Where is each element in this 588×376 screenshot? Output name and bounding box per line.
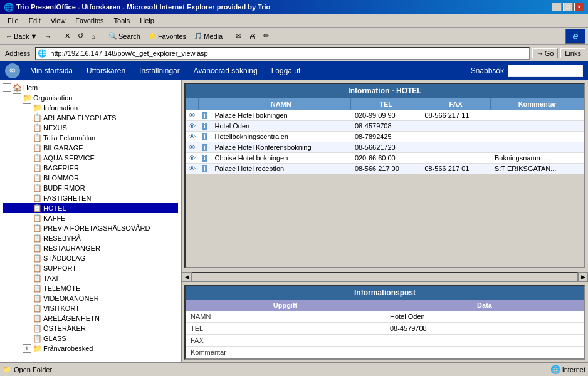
links-button[interactable]: Links — [560, 48, 585, 58]
hscroll-left-button[interactable]: ◀ — [182, 272, 192, 282]
menu-file[interactable]: File — [3, 16, 24, 26]
info-button[interactable]: i — [202, 123, 207, 130]
eye-icon[interactable]: 👁 — [186, 153, 199, 164]
tree-label: FASTIGHETEN — [43, 194, 91, 202]
stop-button[interactable]: ✕ — [61, 29, 73, 43]
cell-tel: 08-56621720 — [351, 142, 421, 153]
media-button[interactable]: 🎵 Media — [191, 29, 226, 43]
info-button[interactable]: i — [202, 112, 207, 119]
eye-icon[interactable]: 👁 — [186, 110, 199, 121]
info-button[interactable]: i — [202, 155, 207, 162]
folder-tree-icon: 📁 — [23, 93, 32, 102]
tree-node[interactable]: 📋RESEBYRÅ — [3, 233, 178, 243]
tree-node[interactable]: -🏠Hem — [3, 83, 178, 93]
info-btn-cell[interactable]: i — [199, 121, 211, 132]
search-button[interactable]: 🔍 Search — [105, 29, 144, 43]
edit-button[interactable]: ✏ — [260, 29, 272, 43]
close-button[interactable]: × — [574, 3, 584, 11]
nav-min-startsida[interactable]: Min startsida — [24, 64, 79, 78]
tree-node[interactable]: 📋BUDFIRMOR — [3, 183, 178, 193]
tree-node[interactable]: 📋Telia Felanmälan — [3, 133, 178, 143]
infopost-col-data: Data — [385, 300, 584, 311]
eye-icon[interactable]: 👁 — [186, 121, 199, 132]
tree-node[interactable]: 📋PREVIA FÖRETAGSHÄLSOVÅRD — [3, 223, 178, 233]
menu-help[interactable]: Help — [135, 16, 159, 26]
item-tree-icon: 📋 — [33, 334, 42, 343]
info-btn-cell[interactable]: i — [199, 164, 211, 174]
nav-installningar[interactable]: Inställningar — [133, 64, 186, 78]
eye-icon[interactable]: 👁 — [186, 164, 199, 174]
tree-node[interactable]: 📋BLOMMOR — [3, 173, 178, 183]
print-button[interactable]: 🖨 — [246, 29, 259, 43]
nav-utforskaren[interactable]: Utforskaren — [80, 64, 132, 78]
address-input[interactable] — [49, 48, 528, 59]
tree-node[interactable]: 📋ÅRELÄGENHETN — [3, 313, 178, 323]
tree-node[interactable]: 📋BAGERIER — [3, 163, 178, 173]
expander-icon[interactable]: + — [23, 344, 31, 353]
media-icon: 🎵 — [194, 32, 202, 40]
main-table-body: 👁 i Palace Hotel bokningen 020-99 09 90 … — [186, 110, 584, 174]
tree-node[interactable]: 📋HOTEL — [3, 203, 178, 213]
maximize-button[interactable]: □ — [563, 3, 573, 11]
tree-node[interactable]: +📁Frånvarobesked — [3, 343, 178, 353]
favorites-button[interactable]: ⭐ Favorites — [145, 29, 189, 43]
tree-node[interactable]: 📋VIDEOKANONER — [3, 293, 178, 303]
search-icon: 🔍 — [108, 32, 117, 40]
go-button[interactable]: → Go — [532, 48, 559, 58]
infopost-title: Informationspost — [186, 286, 584, 300]
tree-node[interactable]: 📋KAFFE — [3, 213, 178, 223]
eye-icon[interactable]: 👁 — [186, 142, 199, 153]
tree-node[interactable]: 📋TAXI — [3, 273, 178, 283]
tree-node[interactable]: 📋ARLANDA FLYGPLATS — [3, 113, 178, 123]
snabbsok-input[interactable] — [508, 65, 583, 77]
logo-icon: © — [10, 66, 16, 75]
info-button[interactable]: i — [202, 165, 207, 172]
home-button[interactable]: ⌂ — [88, 29, 98, 43]
tree-node[interactable]: 📋RESTAURANGER — [3, 243, 178, 253]
eye-icon[interactable]: 👁 — [186, 132, 199, 142]
expander-icon[interactable]: - — [3, 83, 11, 92]
info-button[interactable]: i — [202, 133, 207, 140]
tree-node[interactable]: 📋BILGARAGE — [3, 143, 178, 153]
info-button[interactable]: i — [202, 144, 207, 151]
menu-view[interactable]: View — [46, 16, 71, 26]
tree-node[interactable]: 📋STÄDBOLAG — [3, 253, 178, 263]
info-btn-cell[interactable]: i — [199, 132, 211, 142]
cell-tel: 08-566 217 00 — [351, 164, 421, 174]
minimize-button[interactable]: _ — [552, 3, 562, 11]
tree-label: AQUA SERVICE — [43, 154, 95, 162]
expander-icon[interactable]: - — [13, 93, 21, 102]
tree-node[interactable]: 📋ÖSTERÅKER — [3, 323, 178, 333]
tree-node[interactable]: 📋GLASS — [3, 333, 178, 343]
refresh-button[interactable]: ↺ — [75, 29, 87, 43]
mail-button[interactable]: ✉ — [233, 29, 244, 43]
window-title: Trio PresentOffice - Utforskaren - Micro… — [16, 3, 270, 11]
tree-node[interactable]: 📋SUPPORT — [3, 263, 178, 273]
tree-node[interactable]: 📋NEXUS — [3, 123, 178, 133]
tree-node[interactable]: 📋VISITKORT — [3, 303, 178, 313]
menu-favorites[interactable]: Favorites — [70, 16, 108, 26]
expander-icon[interactable]: - — [23, 103, 31, 112]
window-controls[interactable]: _ □ × — [552, 3, 584, 11]
tree-label: STÄDBOLAG — [43, 254, 85, 262]
info-btn-cell[interactable]: i — [199, 142, 211, 153]
tree-node[interactable]: -📁Information — [3, 103, 178, 113]
hscroll-track[interactable] — [192, 272, 578, 282]
info-btn-cell[interactable]: i — [199, 110, 211, 121]
table-row: 👁 i Hotel Oden 08-4579708 — [186, 121, 584, 132]
cell-fax — [421, 153, 491, 164]
tree-node[interactable]: 📋AQUA SERVICE — [3, 153, 178, 163]
nav-avancerad-sokning[interactable]: Avancerad sökning — [187, 64, 264, 78]
infopost-uppgift: TEL — [186, 323, 385, 335]
info-btn-cell[interactable]: i — [199, 153, 211, 164]
hscroll-right-button[interactable]: ▶ — [578, 272, 588, 282]
menu-tools[interactable]: Tools — [109, 16, 135, 26]
menu-edit[interactable]: Edit — [24, 16, 46, 26]
tree-node[interactable]: 📋FASTIGHETEN — [3, 193, 178, 203]
tree-node[interactable]: -📁Organisation — [3, 93, 178, 103]
nav-logga-ut[interactable]: Logga ut — [265, 64, 307, 78]
forward-button[interactable]: → — [41, 29, 55, 43]
back-button[interactable]: ← Back ▼ — [3, 29, 40, 43]
snabbsok-label: Snabbsök — [471, 66, 504, 75]
tree-node[interactable]: 📋TELEMÖTE — [3, 283, 178, 293]
